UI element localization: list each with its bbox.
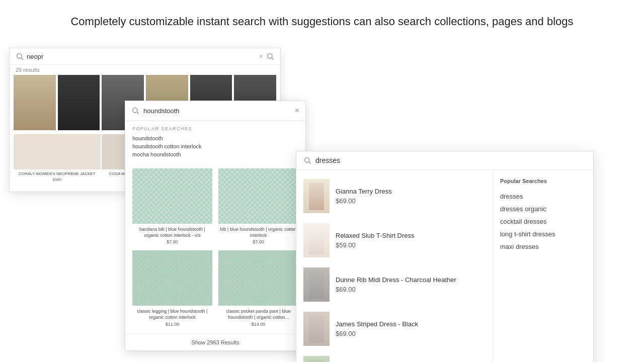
mid-product-name-2: classic legging | blue houndstooth | org… — [132, 309, 212, 320]
mid-product-name-1: bib | blue houndstooth | organic cotton … — [218, 227, 298, 238]
houndstooth-products-grid: bandana bib | blue houndstooth | organic… — [125, 161, 305, 334]
dress-product-4[interactable]: Breezy Sage Floral Dress - Soft Sage $78… — [296, 351, 493, 362]
mid-product-3[interactable]: classic pocket panda pant | blue houndst… — [218, 250, 298, 326]
dresses-panel-body: Gianna Terry Dress $69.00 Relaxed Slub T… — [296, 170, 593, 362]
dress-product-2[interactable]: Dunne Rib Midi Dress - Charcoal Heather … — [296, 262, 493, 307]
houndstooth-search-input[interactable] — [143, 107, 291, 115]
search-icon-mid — [131, 107, 139, 115]
product-info-0: Gianna Terry Dress $69.00 — [336, 188, 486, 205]
svg-point-0 — [17, 54, 22, 58]
product-image-2 — [58, 75, 100, 130]
suggestions-title: Popular Searches — [500, 178, 586, 184]
houndstooth-search-bar[interactable]: × — [125, 101, 305, 121]
product-name-0: Gianna Terry Dress — [336, 188, 486, 195]
product-thumb-4 — [303, 356, 330, 362]
mid-product-2[interactable]: classic legging | blue houndstooth | org… — [132, 250, 212, 326]
svg-line-1 — [21, 58, 23, 60]
svg-line-5 — [137, 112, 139, 114]
dresses-search-input[interactable] — [315, 156, 586, 164]
suggestion-4[interactable]: maxi dresses — [500, 240, 586, 253]
svg-line-3 — [272, 58, 274, 60]
product-price-3: $69.00 — [336, 330, 486, 337]
product-name-2: Dunne Rib Midi Dress - Charcoal Heather — [336, 276, 486, 284]
search-icon — [16, 52, 24, 60]
popular-searches-title: POPULAR SEARCHES — [132, 126, 298, 131]
mid-product-img-0 — [132, 168, 212, 224]
product-info-1: Relaxed Slub T-Shirt Dress $59.00 — [336, 232, 486, 249]
bg-product-1[interactable]: CORALY WOMEN'S NEOPRENE JACKET $585 — [14, 134, 101, 188]
popular-item-2[interactable]: mocha houndstooth — [132, 150, 298, 158]
suggestion-2[interactable]: cocktail dresses — [500, 215, 586, 228]
neopr-search-input[interactable] — [27, 53, 256, 60]
neopr-search-bar[interactable]: × — [10, 48, 280, 65]
bg-product-img-1 — [14, 134, 101, 169]
product-price-0: $69.00 — [336, 197, 486, 205]
search-submit-icon[interactable] — [266, 52, 274, 60]
suggestion-0[interactable]: dresses — [500, 190, 586, 203]
product-thumb-1 — [303, 223, 330, 257]
svg-point-6 — [305, 158, 309, 162]
page-headline: Completely customizable instant search w… — [0, 0, 644, 40]
suggestion-1[interactable]: dresses organic — [500, 203, 586, 215]
product-thumb-0 — [303, 179, 330, 213]
suggestion-3[interactable]: long t-shirt dresses — [500, 228, 586, 240]
show-results-button[interactable]: Show 2963 Results — [125, 334, 305, 350]
houndstooth-search-panel: × POPULAR SEARCHES houndstooth houndstoo… — [125, 101, 306, 351]
suggestions-panel: Popular Searches dresses dresses organic… — [493, 170, 593, 362]
product-price-2: $69.00 — [336, 286, 486, 293]
close-icon[interactable]: × — [295, 106, 299, 115]
bg-product-name-1: CORALY WOMEN'S NEOPRENE JACKET — [14, 171, 101, 176]
mid-product-img-2 — [132, 250, 212, 306]
dresses-search-panel: Gianna Terry Dress $69.00 Relaxed Slub T… — [296, 151, 594, 362]
product-info-2: Dunne Rib Midi Dress - Charcoal Heather … — [336, 276, 486, 293]
mid-product-price-1: $7.00 — [218, 239, 298, 244]
bg-product-price-1: $585 — [14, 177, 101, 182]
dress-product-3[interactable]: James Striped Dress - Black $69.00 — [296, 307, 493, 351]
search-icon-main — [303, 156, 311, 164]
dresses-search-bar[interactable] — [296, 151, 593, 170]
mid-product-img-3 — [218, 250, 298, 306]
popular-searches-section: POPULAR SEARCHES houndstooth houndstooth… — [125, 121, 305, 161]
product-image-1 — [14, 75, 56, 130]
product-thumb-3 — [303, 312, 330, 346]
mid-product-0[interactable]: bandana bib | blue houndstooth | organic… — [132, 168, 212, 244]
clear-icon[interactable]: × — [259, 53, 263, 60]
dresses-products-list: Gianna Terry Dress $69.00 Relaxed Slub T… — [296, 170, 493, 362]
mid-product-price-0: $7.00 — [132, 239, 212, 244]
dress-product-0[interactable]: Gianna Terry Dress $69.00 — [296, 174, 493, 218]
product-thumb-2 — [303, 267, 330, 302]
mid-product-name-3: classic pocket panda pant | blue houndst… — [218, 309, 298, 320]
product-info-3: James Striped Dress - Black $69.00 — [336, 320, 486, 337]
mid-product-name-0: bandana bib | blue houndstooth | organic… — [132, 227, 212, 238]
product-name-3: James Striped Dress - Black — [336, 320, 486, 328]
popular-item-0[interactable]: houndstooth — [132, 134, 298, 142]
svg-point-4 — [133, 108, 137, 113]
product-price-1: $59.00 — [336, 241, 486, 249]
popular-item-1[interactable]: houndstooth cotton interlock — [132, 142, 298, 150]
mid-product-1[interactable]: bib | blue houndstooth | organic cotton … — [218, 168, 298, 244]
mid-product-img-1 — [218, 168, 298, 224]
mid-product-price-3: $14.00 — [218, 322, 298, 327]
product-name-1: Relaxed Slub T-Shirt Dress — [336, 232, 486, 239]
dress-product-1[interactable]: Relaxed Slub T-Shirt Dress $59.00 — [296, 218, 493, 262]
svg-line-7 — [309, 162, 311, 164]
mid-product-price-2: $11.00 — [132, 322, 212, 327]
svg-point-2 — [268, 54, 272, 58]
result-count: 29 results — [10, 65, 280, 75]
